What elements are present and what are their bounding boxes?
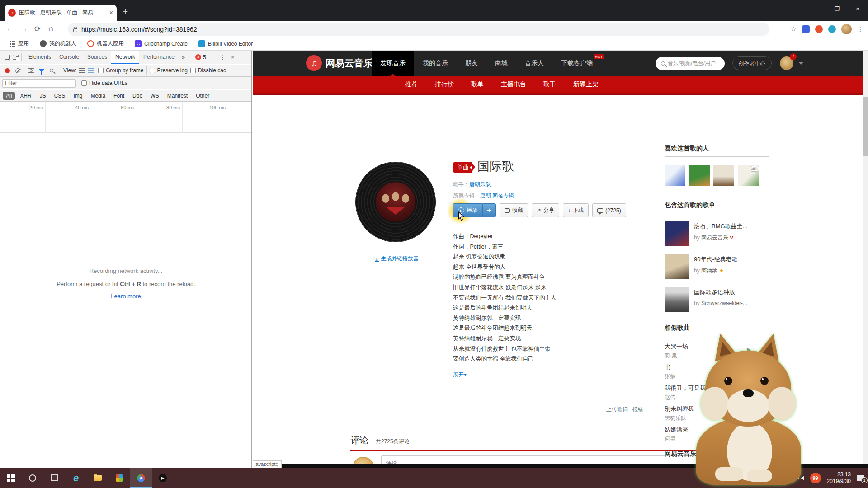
subnav-playlists[interactable]: 歌单	[471, 80, 484, 89]
site-search[interactable]: 音乐/视频/电台/用户	[656, 57, 725, 70]
view-waterfall-icon[interactable]	[88, 68, 94, 73]
extension-icon-orange[interactable]	[815, 25, 823, 33]
window-minimize-button[interactable]: —	[806, 0, 826, 17]
screenshot-icon[interactable]	[28, 68, 34, 73]
devtools-menu-icon[interactable]: ⋮	[220, 54, 226, 61]
bookmark-item[interactable]: Bilibili Video Editor	[195, 40, 256, 47]
external-player-link[interactable]: ♫ 生成外链播放器	[375, 255, 419, 263]
artist-link[interactable]: 唐朝乐队	[469, 181, 491, 188]
filter-chip-other[interactable]: Other	[193, 92, 212, 100]
devtools-tab-sources[interactable]: Sources	[83, 51, 111, 64]
subnav-artists[interactable]: 歌手	[543, 80, 556, 89]
nav-discover-music[interactable]: 发现音乐	[372, 51, 414, 76]
browser-menu-icon[interactable]: ⋮	[857, 25, 863, 33]
bookmark-item[interactable]: 我的机器人	[36, 40, 80, 47]
back-button[interactable]: ←	[4, 24, 17, 33]
window-maximize-button[interactable]: ❐	[826, 0, 847, 17]
liker-avatar[interactable]	[713, 165, 734, 186]
filter-chip-ws[interactable]: WS	[147, 92, 162, 100]
extension-icon-teal[interactable]	[828, 25, 836, 33]
scrollbar-thumb[interactable]	[863, 97, 868, 156]
filter-chip-css[interactable]: CSS	[51, 92, 69, 100]
taskbar-media-player[interactable]: ▶	[152, 468, 174, 488]
browser-profile-avatar[interactable]	[841, 24, 852, 34]
disable-cache-checkbox[interactable]	[190, 68, 196, 73]
search-icon[interactable]	[50, 69, 53, 72]
playlist-name[interactable]: 国际歌多语种版	[694, 287, 747, 296]
album-link[interactable]: 唐朝 同名专辑	[480, 192, 514, 199]
subnav-radio[interactable]: 主播电台	[501, 80, 526, 89]
taskbar-chrome[interactable]	[130, 468, 152, 488]
upload-lyrics-link[interactable]: 上传歌词	[606, 406, 628, 413]
nav-my-music[interactable]: 我的音乐	[414, 51, 457, 76]
devtools-close-icon[interactable]: ×	[231, 54, 235, 61]
device-toolbar-icon[interactable]	[13, 55, 19, 60]
playlist-name[interactable]: 滚石、BMG歌曲全...	[694, 221, 747, 230]
more-tabs-icon[interactable]: »	[179, 54, 188, 61]
comment-button[interactable]: (2725)	[592, 203, 626, 217]
playlist-item[interactable]: 国际歌多语种版 by Schwarzwaelder-...	[665, 287, 769, 312]
extension-icon-blue[interactable]	[802, 25, 810, 33]
view-list-icon[interactable]	[79, 68, 85, 73]
tab-close-icon[interactable]: ×	[109, 9, 113, 16]
nav-download-client[interactable]: 下载客户端HOT	[552, 51, 601, 76]
start-button[interactable]	[0, 468, 22, 488]
new-tab-button[interactable]: +	[123, 7, 128, 16]
filter-chip-js[interactable]: JS	[37, 92, 49, 100]
creator-center-button[interactable]: 创作者中心	[732, 56, 772, 70]
user-caret-icon[interactable]	[799, 62, 803, 65]
liker-avatar[interactable]: 加油	[738, 165, 759, 186]
liker-avatar[interactable]	[689, 165, 710, 186]
filter-chip-media[interactable]: Media	[87, 92, 108, 100]
filter-funnel-icon[interactable]	[39, 69, 44, 72]
window-close-button[interactable]: ×	[847, 0, 868, 17]
learn-more-link[interactable]: Learn more	[111, 293, 141, 300]
page-scrollbar[interactable]	[863, 51, 868, 468]
subnav-charts[interactable]: 排行榜	[435, 80, 454, 89]
taskbar-clock[interactable]: 23:13 2019/9/30	[827, 471, 851, 485]
report-error-link[interactable]: 报错	[632, 406, 643, 413]
cortana-button[interactable]	[22, 468, 43, 488]
volume-icon[interactable]	[801, 476, 804, 480]
devtools-tab-network[interactable]: Network	[111, 51, 139, 64]
expand-lyrics-link[interactable]: 展开▾	[453, 371, 467, 379]
playlist-item[interactable]: 90年代-经典老歌 by 阿纳纳 ★	[665, 254, 769, 279]
task-view-button[interactable]	[43, 468, 65, 488]
url-text[interactable]: https://music.163.com/#/song?id=381962	[81, 26, 197, 33]
netease-tray-badge[interactable]: 99	[810, 473, 821, 483]
nav-friends[interactable]: 朋友	[457, 51, 486, 76]
playlist-item[interactable]: 滚石、BMG歌曲全... by 网易云音乐 V	[665, 221, 769, 246]
filter-input[interactable]	[2, 79, 76, 88]
bookmark-star-icon[interactable]: ☆	[791, 25, 797, 33]
nav-musician[interactable]: 音乐人	[516, 51, 552, 76]
nav-store[interactable]: 商城	[486, 51, 516, 76]
taskbar-edge[interactable]: e	[65, 468, 87, 488]
inspect-element-icon[interactable]	[5, 55, 10, 60]
add-to-playlist-button[interactable]: +	[482, 203, 496, 217]
hide-data-urls-checkbox[interactable]	[81, 80, 87, 86]
filter-chip-manifest[interactable]: Manifest	[164, 92, 191, 100]
filter-chip-all[interactable]: All	[3, 92, 15, 100]
reload-button[interactable]: ⟳	[31, 24, 44, 34]
clear-button[interactable]	[15, 68, 20, 73]
devtools-tab-elements[interactable]: Elements	[24, 51, 55, 64]
address-bar[interactable]: https://music.163.com/#/song?id=381962	[68, 23, 769, 36]
subnav-new-albums[interactable]: 新碟上架	[573, 80, 599, 89]
filter-chip-xhr[interactable]: XHR	[17, 92, 34, 100]
bookmark-item[interactable]: 机器人应用	[84, 40, 127, 47]
taskbar-file-explorer[interactable]	[87, 468, 108, 488]
action-center-icon[interactable]: 1	[857, 475, 864, 481]
filter-chip-doc[interactable]: Doc	[129, 92, 145, 100]
filter-chip-img[interactable]: Img	[70, 92, 85, 100]
record-button[interactable]	[5, 68, 10, 73]
console-error-badge[interactable]: ✕ 5	[195, 54, 206, 61]
forward-button[interactable]: →	[17, 24, 31, 33]
playlist-name[interactable]: 90年代-经典老歌	[694, 254, 738, 263]
devtools-tab-performance[interactable]: Performance	[139, 51, 179, 64]
liker-avatar[interactable]	[665, 165, 685, 186]
site-logo[interactable]: ♫ 网易云音乐	[306, 55, 373, 71]
group-by-frame-checkbox[interactable]	[98, 68, 104, 73]
preserve-log-checkbox[interactable]	[150, 68, 155, 73]
bookmark-item[interactable]: C Clipchamp Create	[131, 40, 191, 47]
share-button[interactable]: ↗分享	[532, 203, 559, 217]
